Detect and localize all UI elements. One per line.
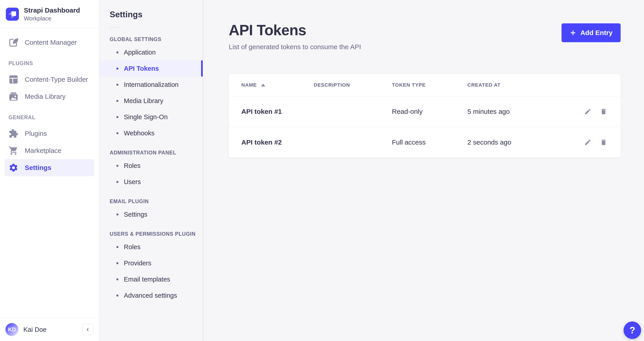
bullet-icon	[116, 132, 118, 134]
sidebar-item-label: Plugins	[25, 130, 47, 137]
trash-icon	[600, 139, 607, 146]
page-header-text: API Tokens List of generated tokens to c…	[229, 21, 361, 51]
sidebar-item-label: Media Library	[25, 93, 66, 100]
settings-subnav: Settings Global Settings Application API…	[99, 0, 203, 341]
subnav-item-label: Roles	[124, 162, 140, 169]
token-name: API token #1	[241, 108, 314, 115]
subnav-section-global-settings: Global Settings Application API Tokens I…	[99, 36, 203, 141]
subnav-section-users-permissions-plugin: Users & Permissions plugin Roles Provide…	[99, 231, 203, 304]
main-nav-list: Content Manager Plugins Content-Type Bui…	[0, 28, 99, 318]
bullet-icon	[116, 278, 118, 280]
row-actions	[572, 138, 608, 147]
subnav-item-webhooks[interactable]: Webhooks	[99, 125, 203, 141]
delete-token-button[interactable]	[599, 138, 608, 147]
token-name: API token #2	[241, 138, 314, 146]
subnav-section-label: Administration panel	[110, 150, 203, 156]
subnav-item-admin-users[interactable]: Users	[99, 174, 203, 190]
subnav-item-label: Roles	[124, 243, 140, 251]
brand-text: Strapi Dashboard Workplace	[24, 6, 80, 22]
chevron-left-icon	[85, 327, 90, 332]
page-subtitle: List of generated tokens to consume the …	[229, 43, 361, 51]
subnav-item-application[interactable]: Application	[99, 44, 203, 60]
column-header-label: Token type	[392, 82, 426, 88]
subnav-section-email-plugin: Email Plugin Settings	[99, 198, 203, 223]
api-tokens-table: Name Description Token type Created at A…	[229, 74, 621, 158]
column-header-name[interactable]: Name	[241, 82, 314, 88]
sidebar-item-label: Content Manager	[25, 39, 77, 46]
sidebar-item-plugins[interactable]: Plugins	[4, 125, 94, 142]
sidebar-item-media-library[interactable]: Media Library	[4, 88, 94, 105]
sidebar-item-marketplace[interactable]: Marketplace	[4, 142, 94, 159]
main-sidebar: Strapi Dashboard Workplace Content Manag…	[0, 0, 99, 341]
subnav-section-label: Email Plugin	[110, 198, 203, 205]
main-content: API Tokens List of generated tokens to c…	[203, 0, 644, 341]
pencil-icon	[584, 108, 592, 115]
subnav-title: Settings	[110, 10, 203, 19]
delete-token-button[interactable]	[599, 107, 608, 116]
token-type: Full access	[392, 138, 468, 146]
bullet-icon	[116, 67, 118, 70]
feather-edit-icon	[8, 37, 18, 47]
subnav-item-label: Advanced settings	[124, 292, 177, 299]
subnav-item-up-email-templates[interactable]: Email templates	[99, 271, 203, 287]
column-header-label: Created at	[468, 82, 501, 88]
add-entry-label: Add Entry	[580, 29, 612, 36]
subnav-item-media-library[interactable]: Media Library	[99, 93, 203, 109]
cart-icon	[8, 146, 18, 156]
column-header-token-type: Token type	[392, 82, 468, 88]
subnav-item-up-advanced-settings[interactable]: Advanced settings	[99, 287, 203, 304]
bullet-icon	[116, 116, 118, 118]
plus-icon	[570, 29, 576, 36]
subnav-section-label: Users & Permissions plugin	[110, 231, 203, 237]
page-title: API Tokens	[229, 21, 361, 39]
sidebar-footer: KD Kai Doe	[0, 318, 99, 341]
subnav-item-label: API Tokens	[124, 65, 159, 72]
edit-token-button[interactable]	[583, 107, 592, 116]
add-entry-button[interactable]: Add Entry	[562, 23, 621, 42]
bullet-icon	[116, 181, 118, 183]
subnav-item-label: Internationalization	[124, 81, 178, 88]
strapi-logo-icon	[6, 8, 19, 21]
bullet-icon	[116, 100, 118, 102]
sidebar-item-content-manager[interactable]: Content Manager	[4, 34, 94, 51]
subnav-item-up-roles[interactable]: Roles	[99, 239, 203, 255]
subnav-item-email-settings[interactable]: Settings	[99, 206, 203, 223]
workspace-subtitle: Workplace	[24, 15, 80, 22]
subnav-item-api-tokens[interactable]: API Tokens	[99, 60, 203, 76]
subnav-item-label: Settings	[124, 211, 148, 218]
collapse-sidebar-button[interactable]	[82, 324, 93, 335]
gear-icon	[8, 163, 18, 173]
subnav-item-internationalization[interactable]: Internationalization	[99, 76, 203, 93]
help-button[interactable]: ?	[624, 322, 641, 339]
sidebar-item-content-type-builder[interactable]: Content-Type Builder	[4, 71, 94, 88]
subnav-item-admin-roles[interactable]: Roles	[99, 158, 203, 174]
subnav-item-label: Users	[124, 178, 141, 186]
subnav-item-label: Single Sign-On	[124, 113, 168, 121]
column-header-created-at: Created at	[468, 82, 572, 88]
subnav-item-label: Application	[124, 49, 156, 56]
sidebar-item-label: Settings	[25, 164, 51, 172]
subnav-item-up-providers[interactable]: Providers	[99, 255, 203, 271]
user-avatar[interactable]: KD	[6, 323, 18, 336]
edit-token-button[interactable]	[583, 138, 592, 147]
pencil-icon	[584, 139, 592, 146]
sort-ascending-icon	[261, 84, 265, 86]
subnav-divider	[110, 27, 120, 28]
nav-section-plugins: Plugins	[8, 60, 90, 66]
bullet-icon	[116, 165, 118, 167]
bullet-icon	[116, 84, 118, 86]
table-row[interactable]: API token #1 Read-only 5 minutes ago	[229, 96, 621, 127]
bullet-icon	[116, 295, 118, 297]
sidebar-item-settings[interactable]: Settings	[4, 159, 94, 176]
nav-section-general: General	[8, 114, 90, 121]
subnav-section-administration-panel: Administration panel Roles Users	[99, 150, 203, 190]
subnav-item-single-sign-on[interactable]: Single Sign-On	[99, 109, 203, 125]
bullet-icon	[116, 262, 118, 264]
column-header-description: Description	[314, 82, 392, 88]
page-header: API Tokens List of generated tokens to c…	[229, 21, 621, 51]
workspace-brand[interactable]: Strapi Dashboard Workplace	[0, 0, 99, 28]
table-row[interactable]: API token #2 Full access 2 seconds ago	[229, 127, 621, 158]
sidebar-item-label: Content-Type Builder	[25, 76, 88, 83]
subnav-item-label: Email templates	[124, 276, 170, 283]
image-icon	[8, 92, 18, 101]
